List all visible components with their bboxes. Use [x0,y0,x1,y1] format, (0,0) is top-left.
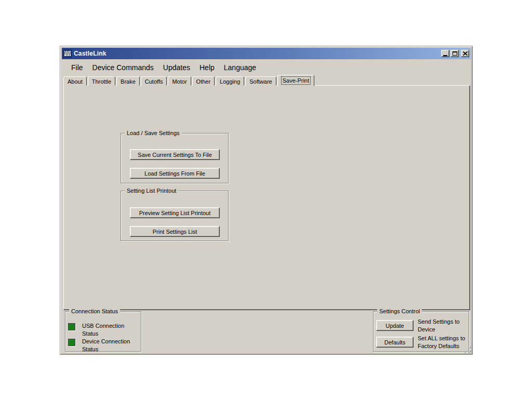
minimize-button[interactable] [441,50,449,57]
load-settings-from-file-button[interactable]: Load Settings From File [130,168,220,179]
close-button[interactable] [461,50,469,57]
usb-status-led [68,323,75,330]
defaults-button[interactable]: Defaults [376,337,414,348]
menu-language[interactable]: Language [219,62,261,73]
setting-list-printout-group: Setting List Printout Preview Setting Li… [121,191,229,241]
load-save-settings-group-title: Load / Save Settings [125,130,182,136]
tab-cutoffs[interactable]: Cutoffs [141,76,167,86]
settings-control-group: Settings Control Update Send Settings to… [373,311,469,352]
window-title: CastleLink [74,50,107,57]
maximize-icon [453,51,457,56]
connection-status-group-title: Connection Status [69,308,120,314]
tab-brake[interactable]: Brake [116,76,140,86]
device-status-led [68,339,75,346]
close-icon [463,51,468,56]
tab-save-print[interactable]: Save-Print [277,75,314,86]
connection-status-group: Connection Status USB Connection Status … [65,311,141,352]
castle-logo-icon [63,49,72,58]
menu-bar: File Device Commands Updates Help Langua… [62,60,470,74]
menu-device-commands[interactable]: Device Commands [88,62,158,73]
device-connection-status-label: Device Connection Status [82,338,130,353]
tab-strip: About Throttle Brake Cutoffs Motor Other… [63,76,315,86]
print-settings-list-button[interactable]: Print Settings List [130,226,220,237]
minimize-icon [443,55,447,56]
menu-help[interactable]: Help [195,62,219,73]
usb-connection-status-label: USB Connection Status [82,322,124,338]
usb-connection-status-row: USB Connection Status [68,322,124,338]
menu-updates[interactable]: Updates [158,62,195,73]
maximize-button[interactable] [450,50,459,57]
tab-throttle[interactable]: Throttle [88,76,115,86]
tab-motor[interactable]: Motor [168,76,191,86]
title-bar[interactable]: CastleLink [62,48,471,59]
menu-file[interactable]: File [66,62,88,73]
device-connection-status-row: Device Connection Status [68,338,130,353]
preview-setting-list-button[interactable]: Preview Setting List Printout [130,207,220,218]
load-save-settings-group: Load / Save Settings Save Current Settin… [121,133,229,183]
update-description: Send Settings to Device [418,318,460,334]
castlelink-window: CastleLink File Device Commands Updates … [60,46,473,355]
tab-software[interactable]: Software [245,76,276,86]
defaults-description: Set ALL settings to Factory Defaults [418,335,465,350]
update-button[interactable]: Update [376,320,414,331]
settings-control-group-title: Settings Control [377,308,422,314]
setting-list-printout-group-title: Setting List Printout [125,188,178,194]
tab-logging[interactable]: Logging [216,76,244,86]
tab-other[interactable]: Other [192,76,215,86]
save-current-settings-button[interactable]: Save Current Settings To File [130,149,220,160]
tab-about[interactable]: About [63,76,87,86]
